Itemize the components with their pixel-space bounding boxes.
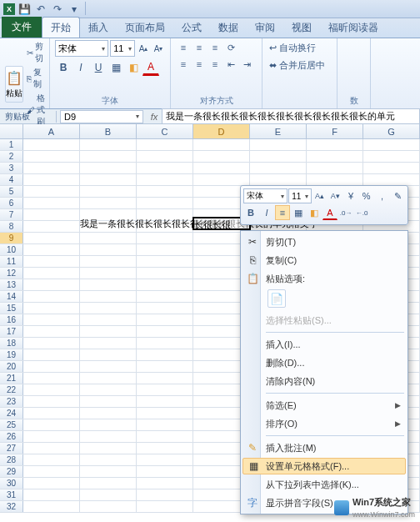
mini-dec-dec[interactable]: ←.0 <box>354 205 369 220</box>
cell[interactable] <box>80 373 137 384</box>
shrink-font-button[interactable]: A▾ <box>152 40 165 57</box>
cell[interactable] <box>137 501 193 512</box>
column-header[interactable]: B <box>80 124 137 138</box>
cell[interactable] <box>137 256 193 267</box>
cell[interactable] <box>80 326 137 337</box>
row-header[interactable]: 14 <box>0 291 23 302</box>
cell[interactable] <box>193 139 250 150</box>
cell[interactable] <box>80 419 137 430</box>
cell[interactable] <box>307 139 363 150</box>
cell[interactable] <box>80 489 137 500</box>
fill-color-button[interactable]: ◧ <box>125 59 142 76</box>
align-center-button[interactable]: ≡ <box>192 57 207 72</box>
cell[interactable] <box>80 303 137 314</box>
cell[interactable] <box>137 244 193 255</box>
cell[interactable] <box>80 454 137 465</box>
cell[interactable] <box>80 233 137 243</box>
cell[interactable] <box>23 314 80 325</box>
cell[interactable] <box>137 163 193 173</box>
cell[interactable] <box>23 419 80 430</box>
menu-copy[interactable]: ⎘复制(C) <box>242 251 406 269</box>
cell[interactable] <box>23 396 80 407</box>
tab-data[interactable]: 数据 <box>210 18 247 38</box>
row-header[interactable]: 32 <box>0 501 23 512</box>
row-header[interactable]: 18 <box>0 338 23 349</box>
row-header[interactable]: 24 <box>0 408 23 419</box>
name-box[interactable]: D9▾ <box>60 110 143 123</box>
cell[interactable] <box>23 279 80 290</box>
cell[interactable] <box>80 431 137 442</box>
cell[interactable] <box>250 163 307 173</box>
cell[interactable] <box>23 186 80 197</box>
cell[interactable] <box>137 291 193 302</box>
cell[interactable] <box>137 489 193 500</box>
cell[interactable] <box>307 174 363 185</box>
cell[interactable] <box>137 326 193 337</box>
row-header[interactable]: 5 <box>0 186 23 197</box>
cell[interactable] <box>363 174 420 185</box>
align-left-button[interactable]: ≡ <box>176 57 191 72</box>
cell[interactable] <box>137 151 193 162</box>
cell[interactable] <box>23 373 80 384</box>
cell[interactable] <box>193 174 250 185</box>
align-bottom-button[interactable]: ≡ <box>208 40 222 55</box>
cell[interactable] <box>137 384 193 395</box>
border-button[interactable]: ▦ <box>108 59 124 76</box>
cell[interactable] <box>137 198 193 208</box>
row-header[interactable]: 30 <box>0 478 23 489</box>
cell[interactable] <box>137 349 193 360</box>
cell[interactable] <box>137 373 193 384</box>
cell[interactable] <box>80 349 137 360</box>
align-top-button[interactable]: ≡ <box>176 40 191 55</box>
cell[interactable] <box>250 139 307 150</box>
cell[interactable] <box>23 431 80 442</box>
row-header[interactable]: 7 <box>0 209 23 220</box>
row-header[interactable]: 17 <box>0 326 23 337</box>
row-header[interactable]: 28 <box>0 454 23 465</box>
cell[interactable] <box>80 291 137 302</box>
cell[interactable] <box>80 314 137 325</box>
cell[interactable] <box>80 501 137 512</box>
cell[interactable] <box>23 198 80 208</box>
cell[interactable] <box>137 431 193 442</box>
cell[interactable] <box>23 443 80 454</box>
menu-pick-from-list[interactable]: 从下拉列表中选择(K)... <box>242 475 406 494</box>
cell[interactable] <box>80 338 137 349</box>
align-right-button[interactable]: ≡ <box>208 57 222 72</box>
underline-button[interactable]: U <box>90 59 107 76</box>
row-header[interactable]: 15 <box>0 303 23 314</box>
row-header[interactable]: 27 <box>0 443 23 454</box>
mini-font-select[interactable]: 宋体▾ <box>243 188 288 203</box>
paste-option-default[interactable]: 📄 <box>268 289 286 308</box>
menu-insert[interactable]: 插入(I)... <box>242 335 406 354</box>
tab-file[interactable]: 文件 <box>2 17 42 38</box>
cell[interactable] <box>23 268 80 279</box>
cell[interactable] <box>23 303 80 314</box>
cell[interactable] <box>137 338 193 349</box>
cell[interactable] <box>23 163 80 173</box>
column-header[interactable]: D <box>193 124 250 138</box>
mini-align-center[interactable]: ≡ <box>275 205 290 220</box>
row-header[interactable]: 8 <box>0 221 23 232</box>
cell[interactable] <box>23 209 80 220</box>
row-header[interactable]: 20 <box>0 361 23 372</box>
row-header[interactable]: 13 <box>0 279 23 290</box>
menu-filter[interactable]: 筛选(E)▶ <box>242 396 406 414</box>
tab-home[interactable]: 开始 <box>42 17 80 38</box>
menu-format-cells[interactable]: ▦设置单元格格式(F)... <box>242 458 406 474</box>
cell[interactable] <box>137 396 193 407</box>
cut-button[interactable]: ✂剪切 <box>25 40 47 65</box>
font-color-button[interactable]: A <box>142 59 159 76</box>
cell[interactable] <box>23 338 80 349</box>
cell[interactable] <box>23 454 80 465</box>
row-header[interactable]: 3 <box>0 163 23 173</box>
cell[interactable] <box>23 221 80 232</box>
mini-dec-inc[interactable]: .0→ <box>338 205 353 220</box>
row-header[interactable]: 25 <box>0 419 23 430</box>
cell[interactable] <box>23 326 80 337</box>
row-header[interactable]: 6 <box>0 198 23 208</box>
cell[interactable] <box>23 233 80 243</box>
mini-font-color[interactable]: A <box>322 205 338 220</box>
orientation-button[interactable]: ⟳ <box>223 40 238 55</box>
tab-review[interactable]: 审阅 <box>247 18 283 38</box>
